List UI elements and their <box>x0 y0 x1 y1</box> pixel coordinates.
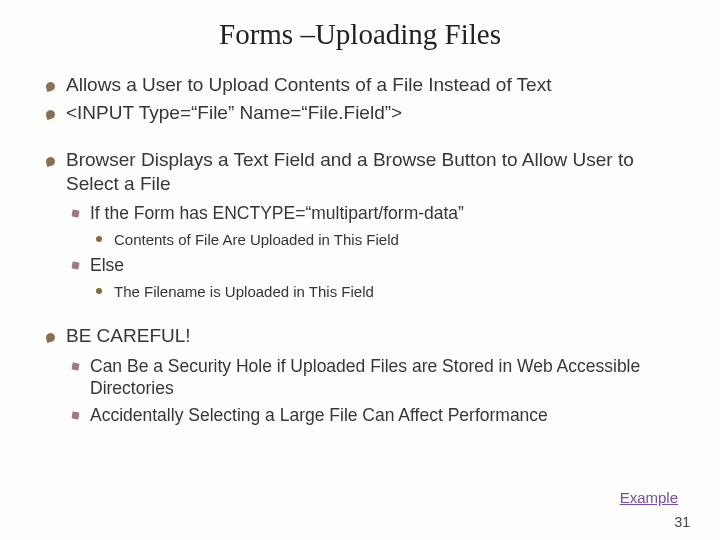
slide-title: Forms –Uploading Files <box>42 18 678 51</box>
sub-bullet-item: If the Form has ENCTYPE=“multipart/form-… <box>66 202 678 250</box>
bullet-item: Allows a User to Upload Contents of a Fi… <box>42 73 678 97</box>
bullet-text: Browser Displays a Text Field and a Brow… <box>66 149 634 194</box>
slide: Forms –Uploading Files Allows a User to … <box>0 0 720 441</box>
bullet-list: Allows a User to Upload Contents of a Fi… <box>42 73 678 427</box>
sub-bullet-list: If the Form has ENCTYPE=“multipart/form-… <box>66 202 678 302</box>
sub-bullet-item: Can Be a Security Hole if Uploaded Files… <box>66 355 678 401</box>
sub-sub-bullet-item: Contents of File Are Uploaded in This Fi… <box>90 230 678 250</box>
bullet-text: Contents of File Are Uploaded in This Fi… <box>114 231 399 248</box>
bullet-text: Allows a User to Upload Contents of a Fi… <box>66 74 551 95</box>
page-number: 31 <box>674 514 690 530</box>
sub-bullet-item: Else The Filename is Uploaded in This Fi… <box>66 254 678 302</box>
sub-sub-bullet-item: The Filename is Uploaded in This Field <box>90 282 678 302</box>
bullet-text: <INPUT Type=“File” Name=“File.Field”> <box>66 102 402 123</box>
bullet-text: BE CAREFUL! <box>66 325 191 346</box>
sub-bullet-item: Accidentally Selecting a Large File Can … <box>66 404 678 427</box>
example-link[interactable]: Example <box>620 489 678 506</box>
bullet-text: If the Form has ENCTYPE=“multipart/form-… <box>90 203 464 223</box>
bullet-item: BE CAREFUL! Can Be a Security Hole if Up… <box>42 324 678 427</box>
bullet-text: Accidentally Selecting a Large File Can … <box>90 405 548 425</box>
sub-sub-bullet-list: The Filename is Uploaded in This Field <box>90 282 678 302</box>
bullet-item: <INPUT Type=“File” Name=“File.Field”> <box>42 101 678 125</box>
bullet-text: The Filename is Uploaded in This Field <box>114 283 374 300</box>
sub-bullet-list: Can Be a Security Hole if Uploaded Files… <box>66 355 678 427</box>
bullet-item: Browser Displays a Text Field and a Brow… <box>42 148 678 303</box>
sub-sub-bullet-list: Contents of File Are Uploaded in This Fi… <box>90 230 678 250</box>
bullet-text: Else <box>90 255 124 275</box>
bullet-text: Can Be a Security Hole if Uploaded Files… <box>90 356 640 399</box>
